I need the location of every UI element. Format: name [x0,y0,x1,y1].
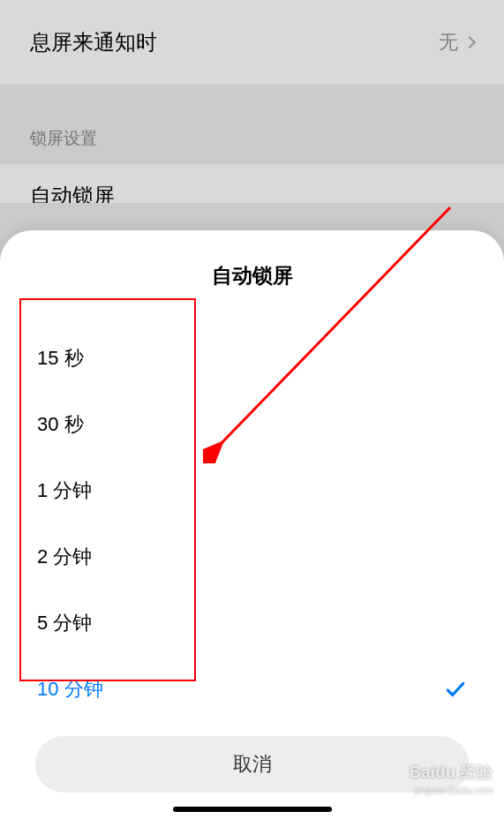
option-item[interactable]: 5 分钟 [37,590,467,656]
option-item[interactable]: 15 秒 [37,325,467,391]
cancel-button[interactable]: 取消 [35,736,469,793]
setting-row-autolock[interactable]: 自动锁屏 [0,164,504,203]
option-label: 15 秒 [37,345,84,372]
home-indicator [173,807,332,812]
option-item[interactable]: 30 秒 [37,391,467,457]
setting-row-label: 息屏来通知时 [30,28,157,56]
check-icon [444,678,467,701]
watermark-brand: Baidu 经验 [410,763,493,783]
option-label: 5 分钟 [37,610,92,636]
option-label: 1 分钟 [37,477,92,504]
section-header-lockscreen: 锁屏设置 [0,85,504,164]
option-label: 10 分钟 [37,676,103,703]
options-list: 15 秒30 秒1 分钟2 分钟5 分钟10 分钟 [0,325,504,722]
setting-row-value: 无 [439,29,458,56]
option-item[interactable]: 10 分钟 [37,656,467,722]
setting-row-label: 自动锁屏 [30,182,115,203]
watermark-url: jingyan.baidu.com [410,784,493,796]
sheet-title: 自动锁屏 [0,262,504,289]
chevron-right-icon [463,35,476,48]
option-item[interactable]: 1 分钟 [37,457,467,523]
setting-row-notification[interactable]: 息屏来通知时 无 [0,0,504,85]
option-item[interactable]: 2 分钟 [37,523,467,590]
autolock-sheet: 自动锁屏 15 秒30 秒1 分钟2 分钟5 分钟10 分钟 取消 [0,230,504,819]
setting-row-value-wrap: 无 [439,29,474,56]
watermark: Baidu 经验 jingyan.baidu.com [410,763,493,796]
option-label: 30 秒 [37,411,84,438]
option-label: 2 分钟 [37,544,92,570]
